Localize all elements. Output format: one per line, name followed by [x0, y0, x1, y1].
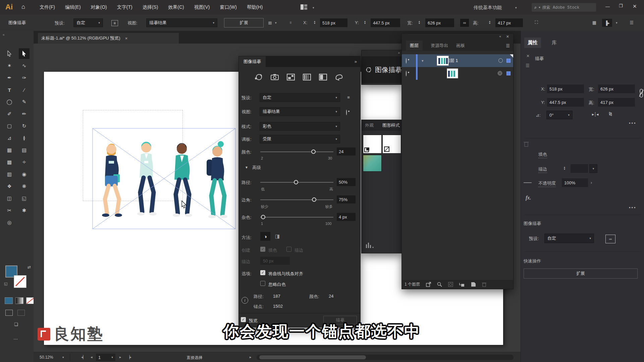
window-minimize-button[interactable]: — — [605, 4, 610, 9]
status-menu-arrow-icon[interactable]: ▸ — [250, 355, 252, 359]
selection-indicator[interactable] — [506, 59, 511, 63]
align-options-icon[interactable]: ⊞ — [267, 20, 273, 25]
stroke-weight-stepper[interactable]: ▴▾ — [564, 166, 565, 170]
stroke-label[interactable]: 描边 — [538, 166, 547, 173]
method-abutting-button[interactable]: ◑ — [260, 232, 270, 241]
reference-point-icon[interactable]: ⠿ — [288, 20, 294, 25]
constrain-proportions-icon[interactable] — [639, 88, 644, 98]
fit-artboard-icon[interactable]: ⛶ — [533, 20, 539, 25]
view-eye-icon[interactable] — [346, 110, 347, 115]
height-stepper[interactable]: ▴▾ — [489, 20, 490, 24]
arrange-documents-chevron-icon[interactable]: ▾ — [313, 6, 314, 9]
corners-value[interactable]: 75% — [337, 195, 356, 203]
opacity-panel-arrow-icon[interactable]: › — [591, 180, 592, 185]
prop-y-field[interactable]: 447.5 px — [547, 98, 584, 107]
mesh-tool[interactable]: ▩ — [4, 157, 15, 168]
style-swatch-default[interactable] — [363, 135, 382, 154]
draw-normal-icon[interactable] — [5, 310, 13, 316]
first-artboard-icon[interactable]: ◂▏ — [81, 355, 86, 359]
docked-panels-chevron-icon[interactable]: ▾ — [616, 21, 618, 24]
target-circle-icon[interactable] — [498, 58, 503, 63]
width-field[interactable]: 626 px — [425, 18, 454, 27]
selection-indicator[interactable] — [506, 71, 511, 75]
prev-artboard-icon[interactable]: ◂ — [91, 355, 93, 359]
window-close-button[interactable]: ✕ — [633, 3, 637, 9]
panel-close-icon[interactable]: ✕ — [506, 35, 509, 39]
menu-window[interactable]: 窗口(W) — [220, 4, 237, 10]
pen-tool[interactable]: ✒ — [4, 72, 15, 83]
trace-mode-dropdown[interactable]: 彩色▾ — [260, 122, 340, 131]
tab-close-icon[interactable]: × — [125, 36, 128, 41]
more-options-icon[interactable]: ••• — [629, 121, 637, 126]
collapse-toolbar-icon[interactable]: « — [3, 33, 5, 37]
method-overlapping-button[interactable]: ◨ — [272, 232, 282, 241]
arrange-documents-icon[interactable] — [301, 4, 307, 10]
paths-slider-knob[interactable] — [294, 180, 298, 184]
zoom-chevron-icon[interactable]: ▾ — [62, 356, 64, 359]
eyedropper-tool[interactable]: ✧ — [19, 157, 30, 168]
trace-panel-open-icon[interactable]: ≔ — [605, 235, 615, 243]
zoom-level[interactable]: 50.12% — [40, 355, 53, 360]
slice-tool[interactable]: ✂ — [4, 205, 15, 216]
trace-preset-dropdown[interactable]: 自定▾ — [260, 93, 340, 102]
colors-value[interactable]: 24 — [337, 147, 356, 156]
artboard-tool[interactable]: ◱ — [19, 193, 30, 204]
draw-behind-icon[interactable] — [17, 310, 25, 316]
stroke-color-swatch[interactable] — [14, 276, 26, 288]
last-artboard-icon[interactable]: ▕▸ — [127, 355, 131, 359]
none-button[interactable] — [26, 297, 34, 304]
styles-library-icon[interactable] — [366, 242, 374, 248]
x-stepper[interactable]: ▴▾ — [314, 20, 315, 24]
scale-tool[interactable]: ⊿ — [4, 133, 15, 143]
preset-outline-icon[interactable] — [335, 73, 343, 81]
corners-slider-track[interactable] — [260, 199, 333, 200]
app-logo[interactable]: Ai — [5, 3, 13, 11]
tab-appearance[interactable]: 外观 — [365, 122, 374, 128]
menu-view[interactable]: 视图(V) — [194, 4, 210, 10]
rectangle-tool[interactable]: ▢ — [4, 121, 15, 131]
expand-button[interactable]: 扩展 — [224, 18, 264, 27]
gradient-button[interactable] — [15, 297, 23, 304]
collapsed-panel-title[interactable]: 图像描摹 — [375, 65, 402, 74]
prop-w-field[interactable]: 626 px — [598, 84, 635, 93]
opacity-label[interactable]: 不透明度 — [538, 180, 556, 187]
curvature-tool[interactable]: ✑ — [19, 72, 30, 83]
preset-grayscale-icon[interactable] — [303, 73, 311, 81]
window-restore-button[interactable]: ❐ — [619, 3, 623, 8]
paintbrush-tool[interactable]: ✎ — [19, 97, 30, 107]
gradient-tool[interactable]: ▥ — [4, 169, 15, 180]
preset-black-white-icon[interactable] — [319, 73, 327, 81]
collect-for-export-icon[interactable] — [426, 282, 431, 287]
artboard-number-field[interactable]: 1▾ — [96, 354, 115, 361]
stroke-weight-dropdown[interactable]: ▾ — [589, 164, 597, 173]
trace-view-dropdown[interactable]: 描摹结果▾ — [260, 107, 340, 116]
trace-panel-toggle-icon[interactable]: ≣ — [111, 20, 118, 26]
preset-low-color-icon[interactable] — [286, 73, 295, 81]
panel-close-icon[interactable]: ✕ — [526, 54, 530, 58]
tab-artboards[interactable]: 画板 — [456, 43, 465, 49]
y-stepper[interactable]: ▴▾ — [364, 20, 366, 24]
magic-wand-tool[interactable]: ✶ — [4, 60, 15, 71]
advanced-label[interactable]: 高级 — [252, 165, 261, 171]
docked-panels-icon[interactable]: ▐▸ — [602, 19, 612, 27]
locate-object-icon[interactable] — [437, 282, 442, 287]
align-chevron-icon[interactable]: ▾ — [275, 21, 277, 24]
style-swatch-artwork[interactable] — [363, 155, 382, 172]
direct-selection-tool[interactable] — [19, 48, 30, 59]
width-tool[interactable]: ≬ — [19, 133, 30, 143]
rotate-angle-dropdown[interactable]: 0°▾ — [546, 111, 573, 119]
advanced-collapse-icon[interactable]: ▼ — [245, 166, 248, 169]
free-transform-tool[interactable]: ▦ — [4, 145, 15, 156]
panel-expand-icon[interactable]: » — [398, 51, 400, 55]
selection-tool[interactable] — [4, 48, 15, 59]
menu-select[interactable]: 选择(S) — [143, 4, 158, 10]
more-options-icon[interactable]: ••• — [629, 205, 637, 210]
control-menu-icon[interactable]: ☰ — [629, 20, 635, 25]
opacity-field[interactable]: 100% — [562, 178, 588, 187]
layer-thumbnail[interactable] — [437, 56, 449, 66]
menu-file[interactable]: 文件(F) — [40, 4, 55, 10]
shape-builder-tool[interactable]: ❋ — [19, 181, 30, 192]
noise-value[interactable]: 4 px — [337, 213, 356, 221]
prop-h-field[interactable]: 417 px — [598, 98, 635, 107]
preset-menu-icon[interactable]: ≡ — [345, 95, 352, 100]
